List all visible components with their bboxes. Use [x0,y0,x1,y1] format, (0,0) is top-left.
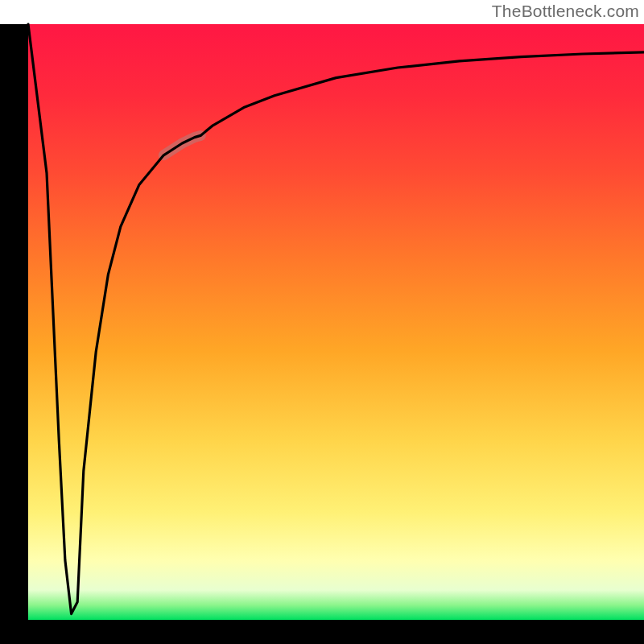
plot-area [28,24,644,620]
plot-svg [0,0,644,644]
chart-container: { "watermark": "TheBottleneck.com", "gra… [0,0,644,644]
frame-bottom [0,620,644,644]
frame-left [0,24,28,644]
watermark-text: TheBottleneck.com [492,2,639,21]
